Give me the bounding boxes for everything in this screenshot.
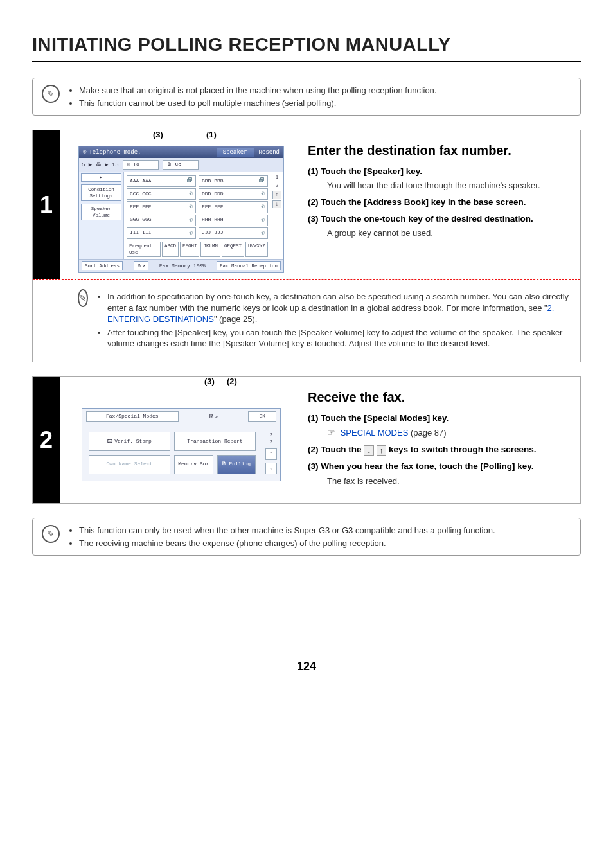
substep-title: Touch the [Address Book] key in the base… [321,197,526,207]
page-indicator: 22 [270,432,273,446]
callout-3: (3) [204,376,215,387]
one-touch-key[interactable]: III III✆ [127,227,196,239]
substep-title: Touch the one-touch key of the desired d… [321,214,533,224]
to-field[interactable]: ✉ To [123,160,159,170]
substep-body: You will hear the dial tone through the … [327,180,569,191]
transaction-report-button[interactable]: Transaction Report [174,432,256,451]
sort-address-button[interactable]: Sort Address [82,261,123,270]
resend-key[interactable]: Resend [259,148,280,156]
one-touch-key[interactable]: FFF FFF✆ [199,201,268,213]
one-touch-key[interactable]: JJJ JJJ✆ [199,227,268,239]
side-arrow[interactable]: ▸ [81,173,121,182]
address-book-mock: ✆ Telephone mode. Speaker Resend 5 ▶ 🖶 ▶… [78,146,284,273]
step-1: 1 (3) (1) ✆ Telephone mode. Speaker Rese… [32,130,581,362]
page-indicator: 1 [276,174,279,181]
one-touch-key[interactable]: HHH HHH✆ [199,215,268,226]
callout-3: (3) [153,129,163,141]
page-title: INITIATING POLLING RECEPTION MANUALLY [32,32,581,62]
page-number: 124 [32,659,581,674]
one-touch-list: AAA AAA🗊BBB BBB🗊 CCC CCC✆DDD DDD✆ EEE EE… [124,172,271,259]
substep-title: Touch the ↓ ↑ keys to switch through the… [321,445,536,454]
page-indicator: 2 [276,182,279,190]
down-key-icon: ↓ [364,445,374,456]
index-tab[interactable]: Frequent Use [127,242,161,257]
note-item: Make sure that an original is not placed… [79,85,436,96]
pointer-icon: ☞ [327,427,335,438]
one-touch-key[interactable]: AAA AAA🗊 [127,175,196,187]
special-modes-mock: Fax/Special Modes 🗎↗ OK 🖂Verif. Stamp Tr… [82,408,281,481]
step2-heading: Receive the fax. [308,389,569,406]
substep-title: Touch the [Speaker] key. [321,166,422,176]
pencil-icon: ✎ [42,525,60,543]
panel-title: Fax/Special Modes [86,411,179,422]
speaker-key[interactable]: Speaker [217,148,254,157]
note-item: After touching the [Speaker] key, you ca… [107,327,570,350]
index-tab[interactable]: UVWXYZ [245,242,268,257]
speaker-volume-button[interactable]: Speaker Volume [81,204,121,220]
up-key-icon: ↑ [377,445,387,456]
index-tab[interactable]: ABCD [162,242,179,257]
note-item: The receiving machine bears the expense … [79,538,495,549]
preview-icon[interactable]: 🗎↗ [209,413,218,421]
note-item: This function can only be used when the … [79,525,495,536]
substep-body: The fax is received. [327,475,569,487]
note-item: In addition to specification by one-touc… [107,291,570,325]
substep-label: (3) [308,461,319,471]
step-2: 2 (3) (2) Fax/Special Modes 🗎↗ OK 🖂Verif… [32,376,581,504]
condition-settings-button[interactable]: Condition Settings [81,184,121,201]
one-touch-key[interactable]: CCC CCC✆ [127,188,196,200]
callout-1: (1) [206,129,217,141]
own-name-select-button: Own Name Select [89,455,170,474]
one-touch-key[interactable]: DDD DDD✆ [199,188,268,200]
substep-body: A group key cannot be used. [327,227,569,239]
one-touch-key[interactable]: BBB BBB🗊 [199,175,268,187]
substep-label: (3) [308,214,319,224]
link-special-modes[interactable]: SPECIAL MODES [341,428,409,438]
substep-title: Touch the [Special Modes] key. [321,413,449,423]
pencil-icon: ✎ [78,289,88,307]
note-box-top: ✎ Make sure that an original is not plac… [32,78,581,116]
index-tab[interactable]: JKLMN [200,242,220,257]
substep-title: When you hear the fax tone, touch the [P… [321,461,533,471]
page-down-button[interactable]: ↓ [265,463,277,474]
ok-button[interactable]: OK [248,411,276,422]
page-down-button[interactable]: ↓ [272,200,281,209]
status-label: 5 ▶ 🖶 ▶ 15 [82,161,119,169]
mock-header-title: Telephone mode. [89,148,141,156]
note-box-bottom: ✎ This function can only be used when th… [32,518,581,556]
callout-2: (2) [227,376,237,387]
page-up-button[interactable]: ↑ [265,448,277,460]
step1-heading: Enter the destination fax number. [308,142,569,159]
index-tab[interactable]: OPQRST [222,242,244,257]
index-tab[interactable]: EFGHI [180,242,200,257]
step-number: 1 [33,130,60,279]
cc-field[interactable]: 🗎 Cc [163,160,199,170]
fax-memory-label: Fax Memory:100% [159,263,206,270]
page-up-button[interactable]: ↑ [272,191,281,199]
fax-manual-reception-button[interactable]: Fax Manual Reception [217,261,281,270]
memory-box-button[interactable]: Memory Box [174,455,213,474]
step-number: 2 [33,377,60,503]
substep-label: (2) [308,445,319,454]
polling-button[interactable]: 🗎Polling [217,455,256,474]
substep-label: (2) [308,197,319,207]
one-touch-key[interactable]: EEE EEE✆ [127,201,196,213]
note-item: This function cannot be used to poll mul… [79,98,436,109]
verif-stamp-button[interactable]: 🖂Verif. Stamp [89,432,170,451]
substep-label: (1) [308,413,319,423]
pencil-icon: ✎ [42,85,60,103]
phone-icon: ✆ [83,148,86,156]
substep-label: (1) [308,166,319,176]
one-touch-key[interactable]: GGG GGG✆ [127,215,196,226]
substep-body: ☞ SPECIAL MODES (page 87) [327,427,569,439]
preview-icon[interactable]: 🗎↗ [134,261,148,270]
